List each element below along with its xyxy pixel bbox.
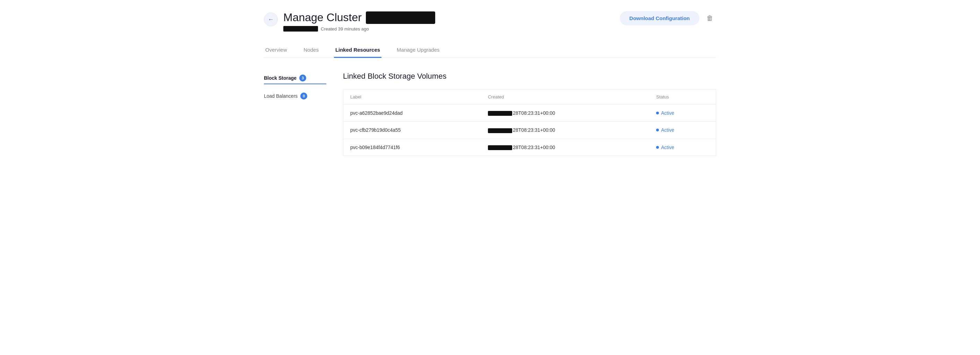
status-badge-3: Active [656,145,709,150]
status-dot-2 [656,129,659,131]
row-2-created: 28T08:23:31+00:00 [481,122,649,138]
row-1-created: 28T08:23:31+00:00 [481,105,649,122]
load-balancers-badge: 0 [300,92,307,99]
status-badge-2: Active [656,127,709,133]
tab-manage-upgrades[interactable]: Manage Upgrades [395,43,441,58]
header-left: ← Manage Cluster Created 39 minutes ago [264,11,435,32]
block-storage-table: Label Created Status pvc-a62852bae9d24da… [343,89,716,156]
created-text: Created 39 minutes ago [321,26,369,32]
sidebar-block-storage-label: Block Storage [264,75,296,81]
subtitle-redacted [283,26,318,32]
cluster-id-redacted [366,11,435,24]
sidebar-load-balancers-label: Load Balancers [264,93,298,99]
date-redacted-1 [488,111,512,116]
delete-button[interactable]: 🗑 [704,11,716,25]
date-redacted-2 [488,128,512,133]
sidebar: Block Storage 3 Load Balancers 0 [264,72,326,156]
sidebar-item-load-balancers[interactable]: Load Balancers 0 [264,90,326,102]
header-actions: Download Configuration 🗑 [620,11,716,25]
table-row: pvc-cfb279b19d0c4a55 28T08:23:31+00:00 A… [343,122,716,138]
status-badge-1: Active [656,110,709,116]
row-2-label: pvc-cfb279b19d0c4a55 [343,122,481,138]
date-redacted-3 [488,145,512,150]
title-text: Manage Cluster [283,11,362,24]
status-dot-1 [656,111,659,115]
row-3-created: 28T08:23:31+00:00 [481,138,649,156]
table-row: pvc-a62852bae9d24dad 28T08:23:31+00:00 A… [343,105,716,122]
header-title-area: Manage Cluster Created 39 minutes ago [283,11,435,32]
status-dot-3 [656,146,659,149]
tab-linked-resources[interactable]: Linked Resources [334,43,382,58]
column-header-status: Status [649,89,716,105]
sidebar-item-block-storage[interactable]: Block Storage 3 [264,72,326,84]
page-title: Manage Cluster [283,11,435,24]
row-2-status: Active [649,122,716,138]
column-header-created: Created [481,89,649,105]
page-header: ← Manage Cluster Created 39 minutes ago … [264,11,716,32]
content-area: Block Storage 3 Load Balancers 0 Linked … [264,72,716,156]
download-config-button[interactable]: Download Configuration [620,11,700,25]
table-header-row: Label Created Status [343,89,716,105]
table-row: pvc-b09e184f4d7741f6 28T08:23:31+00:00 A… [343,138,716,156]
nav-tabs: Overview Nodes Linked Resources Manage U… [264,43,716,58]
main-panel: Linked Block Storage Volumes Label Creat… [343,72,716,156]
section-title: Linked Block Storage Volumes [343,72,716,81]
row-3-label: pvc-b09e184f4d7741f6 [343,138,481,156]
back-button[interactable]: ← [264,13,278,26]
row-3-status: Active [649,138,716,156]
column-header-label: Label [343,89,481,105]
block-storage-badge: 3 [299,75,306,81]
header-subtitle: Created 39 minutes ago [283,26,435,32]
tab-overview[interactable]: Overview [264,43,288,58]
row-1-label: pvc-a62852bae9d24dad [343,105,481,122]
tab-nodes[interactable]: Nodes [302,43,320,58]
row-1-status: Active [649,105,716,122]
